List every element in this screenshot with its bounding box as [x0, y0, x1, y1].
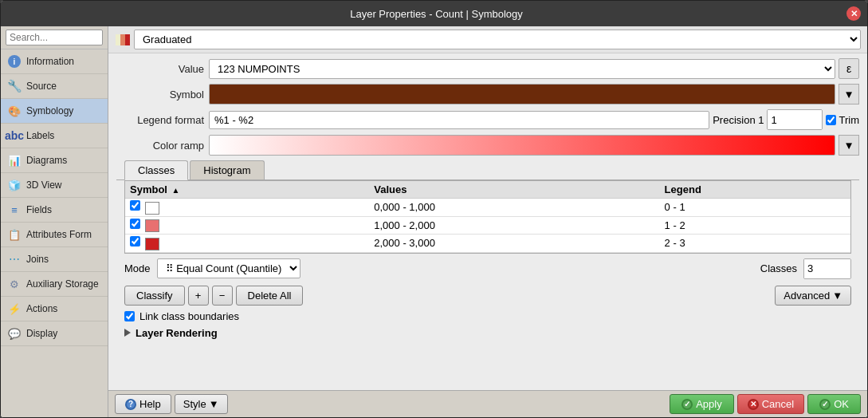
sidebar-item-label: 3D View	[26, 179, 61, 191]
color-swatch[interactable]	[145, 219, 159, 232]
mode-label: Mode	[124, 262, 151, 274]
style-button[interactable]: Style ▼	[175, 394, 228, 414]
ok-button[interactable]: ✓ OK	[807, 394, 861, 414]
symbology-icon: 🎨	[7, 104, 22, 118]
sidebar-item-labels[interactable]: abc Labels	[1, 124, 108, 148]
renderer-select[interactable]: Graduated	[134, 30, 861, 49]
classes-table-container: Symbol ▲ Values Legend	[124, 180, 851, 254]
sidebar-item-label: Joins	[26, 254, 49, 265]
ok-check-icon: ✓	[819, 399, 831, 410]
svg-rect-2	[125, 34, 130, 45]
advanced-button[interactable]: Advanced ▼	[775, 286, 851, 306]
close-button[interactable]: ✕	[846, 6, 861, 21]
link-class-checkbox[interactable]	[124, 311, 135, 321]
color-ramp-dropdown-button[interactable]: ▼	[839, 135, 859, 156]
tabs-row: Classes Histogram	[116, 160, 859, 180]
sidebar-item-actions[interactable]: ⚡ Actions	[1, 297, 108, 321]
svg-rect-1	[120, 34, 125, 45]
row-symbol-cell	[125, 199, 369, 217]
row-legend-cell: 0 - 1	[660, 199, 850, 217]
legend-format-row: Legend format Precision 1 ▲ ▼	[116, 109, 859, 130]
col-symbol[interactable]: Symbol ▲	[125, 181, 369, 199]
trim-wrap: Trim	[826, 114, 859, 126]
sidebar-item-label: Auxiliary Storage	[26, 278, 99, 290]
sidebar-item-label: Information	[26, 56, 74, 67]
row-values-cell: 1,000 - 2,000	[369, 216, 659, 235]
row-values-cell: 0,000 - 1,000	[369, 199, 659, 217]
legend-format-input[interactable]	[209, 111, 709, 129]
cancel-button[interactable]: ✕ Cancel	[737, 394, 804, 414]
symbol-bar[interactable]	[209, 84, 835, 104]
sidebar-item-joins[interactable]: ⋯ Joins	[1, 247, 108, 272]
renderer-icon	[115, 32, 131, 48]
precision-input[interactable]	[768, 110, 823, 129]
row-legend-cell: 1 - 2	[660, 216, 850, 235]
remove-class-button[interactable]: −	[212, 286, 233, 306]
sidebar-item-display[interactable]: 💬 Display	[1, 321, 108, 346]
value-row: Value 123 NUMPOINTS ε	[116, 58, 859, 79]
sidebar-item-label: Diagrams	[26, 155, 67, 166]
layer-rendering-label: Layer Rendering	[136, 327, 218, 339]
style-dropdown-icon: ▼	[209, 398, 219, 410]
attributes-form-icon: 📋	[7, 227, 22, 242]
sidebar-item-symbology[interactable]: 🎨 Symbology	[1, 99, 108, 124]
legend-format-label: Legend format	[116, 114, 204, 126]
mode-select[interactable]: ⠿ Equal Count (Quantile) Equal Interval …	[157, 258, 300, 278]
row-symbol-cell	[125, 216, 369, 235]
fields-icon: ≡	[7, 203, 22, 217]
precision-spinner: ▲ ▼	[767, 109, 823, 130]
col-legend: Legend	[660, 181, 850, 199]
link-class-label: Link class boundaries	[139, 310, 239, 322]
apply-button[interactable]: ✓ Apply	[670, 394, 734, 414]
sidebar-item-label: Attributes Form	[26, 229, 92, 240]
color-swatch[interactable]	[145, 238, 159, 250]
help-icon: ?	[125, 399, 136, 410]
trim-checkbox[interactable]	[826, 115, 836, 125]
layer-rendering-row[interactable]: Layer Rendering	[116, 324, 859, 342]
symbol-row: Symbol ▼	[116, 84, 859, 104]
row-checkbox[interactable]	[130, 200, 140, 211]
actions-icon: ⚡	[7, 302, 22, 316]
sidebar-item-diagrams[interactable]: 📊 Diagrams	[1, 148, 108, 173]
search-input[interactable]	[6, 30, 103, 45]
add-class-button[interactable]: +	[188, 286, 209, 306]
value-select[interactable]: 123 NUMPOINTS	[209, 59, 835, 79]
color-swatch[interactable]	[145, 202, 159, 215]
classes-table: Symbol ▲ Values Legend	[125, 181, 850, 253]
value-control: 123 NUMPOINTS ε	[209, 58, 859, 79]
sidebar-item-auxiliary-storage[interactable]: ⚙ Auxiliary Storage	[1, 272, 108, 297]
tab-classes[interactable]: Classes	[124, 160, 188, 180]
symbol-dropdown-button[interactable]: ▼	[839, 84, 859, 104]
mode-row: Mode ⠿ Equal Count (Quantile) Equal Inte…	[116, 254, 859, 284]
color-ramp-bar[interactable]	[209, 135, 835, 156]
sidebar-item-3dview[interactable]: 🧊 3D View	[1, 173, 108, 198]
diagrams-icon: 📊	[7, 153, 22, 168]
classes-input[interactable]	[804, 259, 851, 278]
symbol-control: ▼	[209, 84, 859, 104]
sidebar-item-attributes-form[interactable]: 📋 Attributes Form	[1, 223, 108, 247]
classify-button[interactable]: Classify	[124, 286, 185, 306]
triangle-icon	[124, 329, 131, 337]
trim-label: Trim	[839, 114, 859, 126]
row-checkbox[interactable]	[130, 219, 140, 229]
epsilon-button[interactable]: ε	[839, 58, 859, 79]
link-class-row: Link class boundaries	[116, 309, 859, 324]
auxiliary-storage-icon: ⚙	[7, 277, 22, 291]
legend-format-control: Precision 1 ▲ ▼ Trim	[209, 109, 859, 130]
symbol-label: Symbol	[116, 89, 204, 101]
sort-arrow-icon: ▲	[172, 186, 180, 195]
sidebar-item-source[interactable]: 🔧 Source	[1, 74, 108, 99]
row-legend-cell: 2 - 3	[660, 235, 850, 253]
sidebar-item-fields[interactable]: ≡ Fields	[1, 198, 108, 223]
row-checkbox[interactable]	[130, 236, 140, 246]
advanced-dropdown-icon: ▼	[832, 290, 842, 302]
col-values: Values	[369, 181, 659, 199]
color-ramp-label: Color ramp	[116, 140, 204, 152]
info-icon: i	[7, 54, 22, 69]
tab-histogram[interactable]: Histogram	[190, 160, 264, 179]
delete-all-button[interactable]: Delete All	[236, 286, 304, 306]
help-button[interactable]: ? Help	[115, 394, 171, 414]
svg-rect-0	[116, 34, 120, 45]
sidebar-item-information[interactable]: i Information	[1, 49, 108, 74]
main-window: Layer Properties - Count | Symbology ✕ i…	[0, 0, 868, 418]
